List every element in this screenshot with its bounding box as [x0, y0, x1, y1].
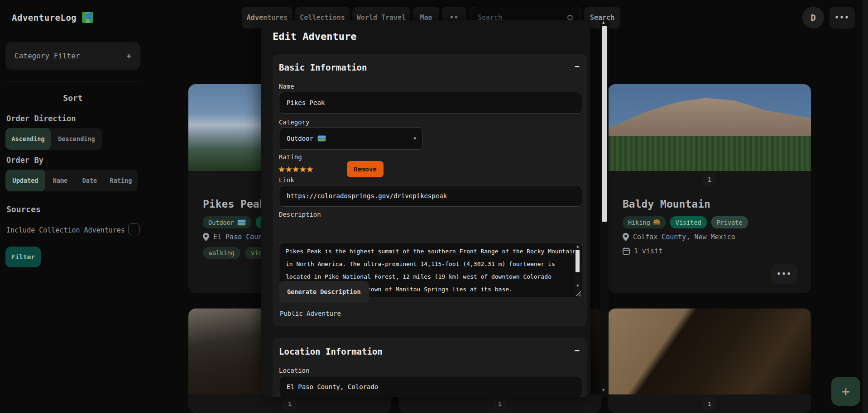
- adventure-card-baldy-mountain[interactable]: 1 Baldy Mountain Hiking Visited Private …: [608, 84, 811, 293]
- image-count-badge: 1: [703, 173, 716, 186]
- park-emoji-icon: [237, 219, 246, 226]
- filter-button[interactable]: Filter: [5, 247, 41, 267]
- collapse-location-button[interactable]: −: [575, 346, 580, 355]
- order-direction-descending[interactable]: Descending: [51, 128, 102, 150]
- navbar-menu-button[interactable]: •••: [830, 7, 855, 28]
- order-direction-ascending[interactable]: Ascending: [5, 128, 51, 150]
- name-label: Name: [279, 83, 294, 90]
- card-location: Colfax County, New Mexico: [623, 233, 811, 241]
- collapse-basic-button[interactable]: −: [575, 62, 580, 71]
- adventure-card-bottom-right[interactable]: 1: [608, 309, 811, 413]
- sources-heading: Sources: [6, 204, 41, 214]
- brand[interactable]: AdventureLog: [12, 12, 93, 23]
- app-window: AdventureLog Adventures Collections Worl…: [0, 0, 868, 413]
- order-by-date[interactable]: Date: [75, 170, 104, 191]
- sort-heading: Sort: [5, 93, 140, 103]
- add-adventure-fab[interactable]: +: [831, 377, 860, 406]
- search-icon: [567, 15, 573, 20]
- scroll-up-icon[interactable]: ▲: [575, 244, 580, 248]
- rating-stars[interactable]: ★★★★★: [278, 162, 313, 174]
- modal-scrollbar-thumb[interactable]: [602, 26, 607, 222]
- activity-chip: Hiking: [623, 216, 666, 228]
- card-menu-button[interactable]: •••: [771, 264, 797, 284]
- map-pin-icon: [623, 233, 629, 241]
- image-count-badge: 1: [703, 397, 716, 411]
- privacy-chip: Private: [711, 216, 748, 228]
- category-select[interactable]: Outdoor ▼: [279, 127, 423, 150]
- textarea-scrollbar[interactable]: ▲ ▼: [575, 243, 581, 296]
- category-filter-add-button[interactable]: +: [126, 51, 131, 61]
- map-pin-icon: [203, 233, 209, 241]
- dunes-photo: [608, 309, 811, 394]
- boot-emoji-icon: [653, 219, 660, 225]
- category-chip: Outdoor: [203, 216, 251, 228]
- textarea-scrollbar-thumb[interactable]: [575, 250, 580, 272]
- baldy-mountain-photo: [608, 84, 811, 171]
- avatar[interactable]: D: [802, 7, 824, 28]
- rating-label: Rating: [279, 153, 302, 161]
- chevron-down-icon: ▼: [414, 136, 416, 141]
- order-direction-group: Ascending Descending: [5, 128, 102, 150]
- order-by-name[interactable]: Name: [45, 170, 75, 191]
- page-scrollbar[interactable]: [863, 0, 868, 413]
- category-filter-label: Category Filter: [14, 52, 80, 60]
- category-label: Category: [279, 119, 309, 126]
- tag-walking: walking: [203, 247, 240, 259]
- name-input[interactable]: [279, 92, 582, 114]
- card-title: Baldy Mountain: [623, 198, 811, 210]
- sidebar-divider: [5, 81, 140, 81]
- edit-adventure-modal: Edit Adventure Basic Information − Name …: [261, 20, 590, 397]
- link-input[interactable]: [279, 185, 582, 207]
- order-by-label: Order By: [6, 156, 43, 165]
- scroll-down-icon[interactable]: ▼: [575, 284, 580, 288]
- image-count-badge: 1: [493, 397, 507, 411]
- remove-rating-button[interactable]: Remove: [347, 161, 384, 177]
- order-by-group: Updated Name Date Rating: [5, 170, 138, 191]
- modal-title: Edit Adventure: [273, 31, 356, 42]
- include-collection-checkbox[interactable]: [128, 223, 140, 235]
- calendar-icon: [623, 247, 630, 255]
- brand-title: AdventureLog: [12, 13, 77, 23]
- category-filter-card[interactable]: Category Filter +: [5, 42, 140, 70]
- modal-scroll-down-icon[interactable]: ▼: [602, 388, 604, 392]
- card-chips: Hiking Visited Private: [623, 216, 811, 228]
- order-direction-label: Order Direction: [6, 114, 76, 123]
- modal-scroll-up-icon[interactable]: ▲: [602, 20, 604, 24]
- generate-description-button[interactable]: Generate Description: [279, 281, 369, 303]
- image-count-badge: 1: [283, 397, 297, 411]
- basic-information-header: Basic Information: [279, 62, 367, 72]
- order-by-rating[interactable]: Rating: [104, 170, 138, 191]
- card-visits: 1 visit: [623, 247, 811, 255]
- location-label: Location: [279, 367, 309, 374]
- order-by-updated[interactable]: Updated: [5, 170, 45, 191]
- description-label: Description: [279, 211, 321, 218]
- map-logo-icon: [82, 12, 93, 23]
- park-emoji-icon: [317, 135, 326, 142]
- include-collection-label: Include Collection Adventures: [6, 226, 125, 234]
- visited-chip: Visited: [670, 216, 707, 228]
- link-label: Link: [279, 176, 294, 184]
- public-adventure-label: Public Adventure: [280, 310, 341, 317]
- location-information-section: Location Information − Location: [273, 338, 587, 397]
- basic-information-section: Basic Information − Name Category Outdoo…: [273, 54, 587, 326]
- location-information-header: Location Information: [279, 347, 383, 356]
- location-input[interactable]: [279, 376, 582, 397]
